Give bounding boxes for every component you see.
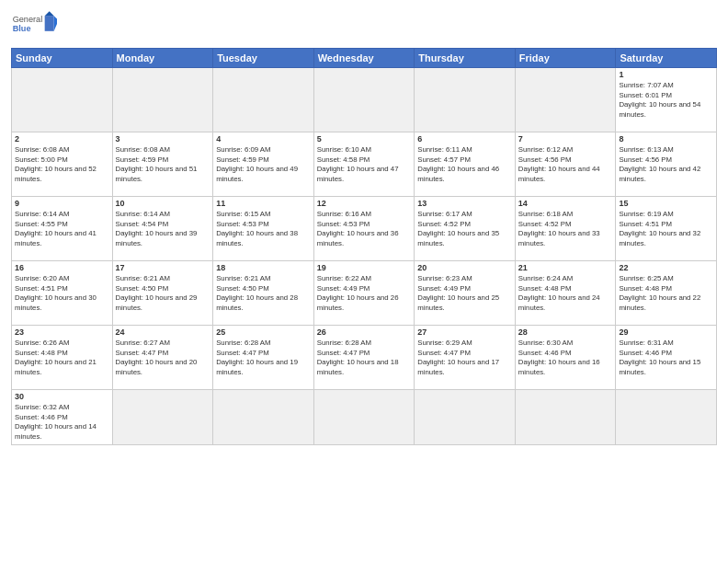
svg-text:General: General [13,15,43,24]
day-info: Sunrise: 6:21 AMSunset: 4:50 PMDaylight:… [216,274,311,313]
day-info: Sunrise: 6:14 AMSunset: 4:55 PMDaylight:… [15,210,109,248]
calendar-cell: 10Sunrise: 6:14 AMSunset: 4:54 PMDayligh… [112,197,213,261]
day-number: 8 [619,134,713,144]
calendar-week-2: 9Sunrise: 6:14 AMSunset: 4:55 PMDaylight… [12,197,717,261]
calendar-cell: 24Sunrise: 6:27 AMSunset: 4:47 PMDayligh… [112,326,213,390]
calendar-cell: 25Sunrise: 6:28 AMSunset: 4:47 PMDayligh… [213,326,314,390]
day-info: Sunrise: 6:31 AMSunset: 4:46 PMDaylight:… [619,339,713,377]
day-number: 28 [518,327,613,337]
calendar-cell: 2Sunrise: 6:08 AMSunset: 5:00 PMDaylight… [12,132,113,197]
day-header-sunday: Sunday [12,49,113,68]
calendar-cell: 27Sunrise: 6:29 AMSunset: 4:47 PMDayligh… [415,326,516,390]
calendar-cell [213,68,314,132]
day-number: 10 [116,199,210,208]
day-info: Sunrise: 7:07 AMSunset: 6:01 PMDaylight:… [619,81,713,120]
calendar-week-4: 23Sunrise: 6:26 AMSunset: 4:48 PMDayligh… [12,326,717,390]
day-number: 14 [518,199,613,208]
calendar-cell: 29Sunrise: 6:31 AMSunset: 4:46 PMDayligh… [616,326,717,390]
calendar-cell [12,68,113,132]
day-info: Sunrise: 6:24 AMSunset: 4:48 PMDaylight:… [518,274,613,313]
day-number: 1 [619,70,713,79]
page: General Blue SundayMondayTuesdayWednesda… [0,0,728,563]
day-info: Sunrise: 6:28 AMSunset: 4:47 PMDaylight:… [216,339,311,377]
calendar-cell: 7Sunrise: 6:12 AMSunset: 4:56 PMDaylight… [515,132,616,197]
day-info: Sunrise: 6:30 AMSunset: 4:46 PMDaylight:… [518,339,613,377]
calendar-cell [112,390,213,445]
calendar-cell: 13Sunrise: 6:17 AMSunset: 4:52 PMDayligh… [415,197,516,261]
day-number: 27 [417,327,512,337]
day-info: Sunrise: 6:18 AMSunset: 4:52 PMDaylight:… [518,210,613,248]
day-number: 3 [116,134,210,144]
day-number: 21 [518,263,613,272]
day-number: 22 [619,263,713,272]
calendar-cell: 5Sunrise: 6:10 AMSunset: 4:58 PMDaylight… [313,132,415,197]
day-info: Sunrise: 6:25 AMSunset: 4:48 PMDaylight:… [619,274,713,313]
day-info: Sunrise: 6:09 AMSunset: 4:59 PMDaylight:… [216,145,311,184]
day-number: 12 [317,199,412,208]
day-number: 4 [216,134,311,144]
calendar-cell [313,390,415,445]
calendar-cell [213,390,314,445]
day-info: Sunrise: 6:16 AMSunset: 4:53 PMDaylight:… [317,210,412,248]
day-info: Sunrise: 6:11 AMSunset: 4:57 PMDaylight:… [417,145,512,184]
day-header-wednesday: Wednesday [313,49,415,68]
calendar-cell: 8Sunrise: 6:13 AMSunset: 4:56 PMDaylight… [616,132,717,197]
calendar-cell: 28Sunrise: 6:30 AMSunset: 4:46 PMDayligh… [515,326,616,390]
day-number: 15 [619,199,713,208]
calendar-cell: 30Sunrise: 6:32 AMSunset: 4:46 PMDayligh… [12,390,113,445]
svg-marker-4 [54,16,57,31]
day-header-thursday: Thursday [415,49,516,68]
calendar-table: SundayMondayTuesdayWednesdayThursdayFrid… [11,48,717,445]
day-number: 9 [15,199,109,208]
calendar-week-0: 1Sunrise: 7:07 AMSunset: 6:01 PMDaylight… [12,68,717,132]
svg-text:Blue: Blue [13,24,31,33]
calendar-cell [515,68,616,132]
calendar-cell [616,390,717,445]
calendar-cell [313,68,415,132]
header: General Blue [11,9,717,42]
calendar-cell: 6Sunrise: 6:11 AMSunset: 4:57 PMDaylight… [415,132,516,197]
calendar-header-row: SundayMondayTuesdayWednesdayThursdayFrid… [12,49,717,68]
calendar-cell [112,68,213,132]
calendar-cell: 22Sunrise: 6:25 AMSunset: 4:48 PMDayligh… [616,261,717,326]
calendar-week-3: 16Sunrise: 6:20 AMSunset: 4:51 PMDayligh… [12,261,717,326]
day-number: 26 [317,327,412,337]
day-header-monday: Monday [112,49,213,68]
calendar-cell [415,390,516,445]
day-header-tuesday: Tuesday [213,49,314,68]
calendar-cell: 20Sunrise: 6:23 AMSunset: 4:49 PMDayligh… [415,261,516,326]
svg-marker-3 [45,11,54,16]
day-number: 19 [317,263,412,272]
calendar-cell: 9Sunrise: 6:14 AMSunset: 4:55 PMDaylight… [12,197,113,261]
day-number: 17 [116,263,210,272]
day-number: 18 [216,263,311,272]
day-info: Sunrise: 6:29 AMSunset: 4:47 PMDaylight:… [417,339,512,377]
day-number: 13 [417,199,512,208]
day-info: Sunrise: 6:08 AMSunset: 4:59 PMDaylight:… [116,145,210,184]
calendar-cell: 26Sunrise: 6:28 AMSunset: 4:47 PMDayligh… [313,326,415,390]
day-info: Sunrise: 6:12 AMSunset: 4:56 PMDaylight:… [518,145,613,184]
calendar-week-1: 2Sunrise: 6:08 AMSunset: 5:00 PMDaylight… [12,132,717,197]
calendar-cell [415,68,516,132]
day-info: Sunrise: 6:15 AMSunset: 4:53 PMDaylight:… [216,210,311,248]
calendar-cell: 3Sunrise: 6:08 AMSunset: 4:59 PMDaylight… [112,132,213,197]
day-info: Sunrise: 6:20 AMSunset: 4:51 PMDaylight:… [15,274,109,313]
calendar-cell: 16Sunrise: 6:20 AMSunset: 4:51 PMDayligh… [12,261,113,326]
calendar-cell: 23Sunrise: 6:26 AMSunset: 4:48 PMDayligh… [12,326,113,390]
day-number: 30 [15,392,109,401]
day-info: Sunrise: 6:22 AMSunset: 4:49 PMDaylight:… [317,274,412,313]
day-number: 5 [317,134,412,144]
calendar-cell: 14Sunrise: 6:18 AMSunset: 4:52 PMDayligh… [515,197,616,261]
day-info: Sunrise: 6:19 AMSunset: 4:51 PMDaylight:… [619,210,713,248]
day-info: Sunrise: 6:14 AMSunset: 4:54 PMDaylight:… [116,210,210,248]
calendar-cell: 12Sunrise: 6:16 AMSunset: 4:53 PMDayligh… [313,197,415,261]
logo: General Blue [11,9,57,42]
day-number: 7 [518,134,613,144]
day-info: Sunrise: 6:21 AMSunset: 4:50 PMDaylight:… [116,274,210,313]
calendar-cell [515,390,616,445]
day-info: Sunrise: 6:28 AMSunset: 4:47 PMDaylight:… [317,339,412,377]
day-header-saturday: Saturday [616,49,717,68]
day-number: 16 [15,263,109,272]
calendar-cell: 17Sunrise: 6:21 AMSunset: 4:50 PMDayligh… [112,261,213,326]
day-number: 25 [216,327,311,337]
